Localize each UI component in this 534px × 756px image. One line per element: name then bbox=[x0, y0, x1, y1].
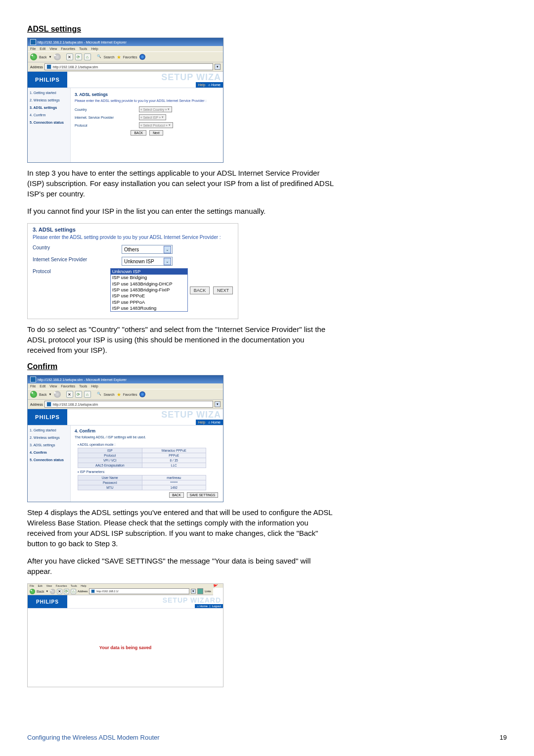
forward-icon[interactable]: ► bbox=[50, 589, 55, 594]
wizard-sidebar[interactable]: 1. Getting started 2. Wireless settings … bbox=[28, 425, 71, 502]
sidebar-item-adsl[interactable]: 3. ADSL settings bbox=[30, 106, 68, 109]
tab-logout[interactable]: Logout bbox=[212, 605, 221, 608]
favorites-label[interactable]: Favorites bbox=[123, 393, 137, 396]
isp-select2[interactable]: Unknown ISP ⌄ bbox=[122, 257, 173, 266]
menu-file[interactable]: File bbox=[30, 584, 34, 587]
sidebar-item-wireless[interactable]: 2. Wireless settings bbox=[30, 98, 68, 102]
country-select[interactable]: « Select Country »▾ bbox=[139, 106, 172, 112]
favorites-icon[interactable]: ★ bbox=[117, 54, 121, 60]
back-icon[interactable]: ◄ bbox=[30, 53, 37, 60]
ie-toolbar[interactable]: ◄ Back ▼ ► ✕ ⟳ ⌂ Address http://192.168.… bbox=[28, 588, 213, 595]
sidebar-item-confirm[interactable]: 4. Confirm bbox=[30, 451, 68, 454]
sidebar-item-wireless[interactable]: 2. Wireless settings bbox=[30, 436, 68, 439]
addr-input[interactable]: http://192.168.2.1/ bbox=[89, 588, 189, 594]
ie-address-bar[interactable]: Address http://192.168.2.1/setupw.stm ▾ bbox=[28, 62, 223, 72]
header-tabs[interactable]: Help ⌂ Home bbox=[196, 82, 223, 88]
menu-file[interactable]: File bbox=[30, 47, 36, 50]
links-label[interactable]: Links bbox=[205, 590, 211, 593]
home-icon[interactable]: ⌂ bbox=[84, 53, 91, 60]
menu-edit[interactable]: Edit bbox=[38, 584, 42, 587]
menu-help[interactable]: Help bbox=[91, 384, 98, 388]
sidebar-item-getting-started[interactable]: 1. Getting started bbox=[30, 91, 68, 94]
media-icon[interactable] bbox=[139, 54, 145, 60]
back-label[interactable]: Back bbox=[39, 393, 47, 396]
wizard-sidebar[interactable]: 1. Getting started 2. Wireless settings … bbox=[28, 88, 71, 162]
menu-view[interactable]: View bbox=[49, 47, 57, 50]
isp-select[interactable]: « Select ISP »▾ bbox=[139, 114, 166, 120]
addr-dropdown-icon[interactable]: ▾ bbox=[191, 589, 196, 594]
chevron-down-icon[interactable]: ⌄ bbox=[164, 246, 171, 253]
refresh-icon[interactable]: ⟳ bbox=[75, 391, 82, 398]
menu-favorites[interactable]: Favorites bbox=[61, 47, 75, 50]
protocol-option[interactable]: ISP use 1483Bridging-FixIP bbox=[111, 287, 187, 293]
search-label[interactable]: Search bbox=[104, 393, 115, 396]
next-button[interactable]: Next bbox=[149, 130, 163, 136]
back-icon[interactable]: ◄ bbox=[30, 391, 37, 398]
confirm-back-button[interactable]: BACK bbox=[169, 492, 184, 498]
tab-home-icon[interactable]: ⌂ bbox=[197, 605, 199, 608]
sidebar-item-confirm[interactable]: 4. Confirm bbox=[30, 113, 68, 117]
ie-menubar[interactable]: File Edit View Favorites Tools Help bbox=[28, 383, 223, 389]
refresh-icon[interactable]: ⟳ bbox=[64, 589, 69, 594]
back-icon[interactable]: ◄ bbox=[30, 589, 35, 594]
ie-address-bar[interactable]: Address http://192.168.2.1/setupw.stm ▾ bbox=[28, 400, 223, 409]
sidebar-item-connection[interactable]: 5. Connection status bbox=[30, 121, 68, 124]
menu-tools[interactable]: Tools bbox=[79, 384, 87, 388]
stop-icon[interactable]: ✕ bbox=[66, 391, 73, 398]
back-label[interactable]: Back bbox=[37, 590, 44, 593]
stop-icon[interactable]: ✕ bbox=[66, 53, 73, 60]
back-label[interactable]: Back bbox=[39, 55, 47, 59]
tab-help[interactable]: Help bbox=[198, 83, 205, 87]
protocol-option[interactable]: ISP use 1483Bridging-DHCP bbox=[111, 281, 187, 287]
menu-favorites[interactable]: Favorites bbox=[56, 584, 67, 587]
header-tabs[interactable]: ⌂ Home | Logout bbox=[195, 604, 223, 608]
menu-view[interactable]: View bbox=[46, 584, 52, 587]
addr-input[interactable]: http://192.168.2.1/setupw.stm bbox=[44, 401, 213, 408]
ie-toolbar[interactable]: ◄ Back ▼ ► ✕ ⟳ ⌂ 🔍 Search ★ Favorites bbox=[28, 51, 223, 62]
media-icon[interactable] bbox=[139, 391, 145, 397]
back-button2[interactable]: BACK bbox=[190, 286, 210, 294]
next-button2[interactable]: NEXT bbox=[213, 286, 233, 294]
menu-help[interactable]: Help bbox=[91, 47, 98, 50]
menu-file[interactable]: File bbox=[30, 384, 36, 388]
addr-dropdown-icon[interactable]: ▾ bbox=[215, 64, 221, 70]
protocol-option[interactable]: ISP use Bridging bbox=[111, 275, 187, 281]
chevron-down-icon[interactable]: ⌄ bbox=[164, 258, 171, 265]
addr-dropdown-icon[interactable]: ▾ bbox=[215, 401, 221, 407]
ie-toolbar[interactable]: ◄ Back ▼ ► ✕ ⟳ ⌂ 🔍 Search ★ Favorites bbox=[28, 389, 223, 400]
refresh-icon[interactable]: ⟳ bbox=[75, 53, 82, 60]
favorites-icon[interactable]: ★ bbox=[117, 392, 121, 397]
tab-help[interactable]: Help bbox=[198, 421, 205, 424]
protocol-option[interactable]: ISP use 1483Routing bbox=[111, 305, 187, 311]
sidebar-item-connection[interactable]: 5. Connection status bbox=[30, 458, 68, 462]
protocol-listbox[interactable]: Unknown ISP ISP use Bridging ISP use 148… bbox=[110, 268, 188, 312]
sidebar-item-adsl[interactable]: 3. ADSL settings bbox=[30, 443, 68, 447]
home-icon[interactable]: ⌂ bbox=[71, 589, 76, 594]
sidebar-item-getting-started[interactable]: 1. Getting started bbox=[30, 428, 68, 432]
menu-help[interactable]: Help bbox=[81, 584, 86, 587]
addr-input[interactable]: http://192.168.2.1/setupw.stm bbox=[44, 63, 213, 70]
protocol-option[interactable]: ISP use PPPoA bbox=[111, 299, 187, 305]
menu-favorites[interactable]: Favorites bbox=[61, 384, 75, 388]
tab-home-icon[interactable]: ⌂ bbox=[208, 83, 210, 87]
tab-home[interactable]: Home bbox=[211, 83, 221, 87]
search-icon[interactable]: 🔍 bbox=[97, 392, 102, 397]
search-icon[interactable]: 🔍 bbox=[97, 54, 102, 59]
forward-icon[interactable]: ► bbox=[54, 391, 61, 398]
search-label[interactable]: Search bbox=[104, 55, 115, 59]
menu-view[interactable]: View bbox=[49, 384, 57, 388]
back-button[interactable]: BACK bbox=[131, 130, 146, 136]
country-select2[interactable]: Others ⌄ bbox=[122, 245, 173, 254]
menu-tools[interactable]: Tools bbox=[71, 584, 77, 587]
ie-menubar[interactable]: File Edit View Favorites Tools Help bbox=[28, 46, 223, 51]
tab-home-icon[interactable]: ⌂ bbox=[208, 421, 210, 424]
stop-icon[interactable]: ✕ bbox=[57, 589, 62, 594]
home-icon[interactable]: ⌂ bbox=[84, 391, 91, 398]
menu-tools[interactable]: Tools bbox=[79, 47, 87, 50]
tab-home[interactable]: Home bbox=[211, 421, 221, 424]
ie-menubar[interactable]: File Edit View Favorites Tools Help 🚩 bbox=[28, 584, 223, 588]
menu-edit[interactable]: Edit bbox=[40, 384, 45, 388]
menu-edit[interactable]: Edit bbox=[40, 47, 45, 50]
header-tabs[interactable]: Help ⌂ Home bbox=[196, 420, 223, 425]
protocol-option[interactable]: ISP use PPPoE bbox=[111, 293, 187, 299]
